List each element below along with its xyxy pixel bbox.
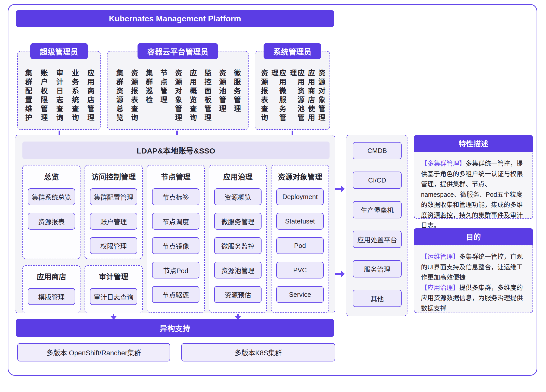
purpose-panel: 目的 【运维管理】多集群统一管控，直观的UI界面支持及信息整合，让运维工作更加高… [414,228,533,313]
purpose-tag: 【应用治理】 [421,284,459,291]
role-functions-platform-admin: 集群资源总览 资源报表查询 集群巡检 节点管理 资源对象管理 应用概览查询 监控… [115,69,240,127]
module-access-control: 访问控制管理 集群配置管理 账户管理 权限管理 [85,165,143,259]
module-title: 总览 [23,165,80,182]
role-label-text: 容器云平台管理员 [147,46,208,57]
module-item: 权限管理 [90,237,137,254]
arrow-right-icon [335,270,345,277]
cluster-k8s: 多版本K8S集群 [181,343,335,361]
integration-item: CMDB [353,142,402,159]
module-item: Statefuset [276,213,324,230]
module-title: 节点管理 [147,165,204,182]
module-item: 集群配置管理 [90,188,137,205]
role-functions-system-admin: 资源报表查询 应用微服务管理 应用资源池管理 应用商店使用 资源对象管理 [260,69,325,127]
auth-bar: LDAP&本地账号&SSO [22,142,330,159]
feature-tag: 【多集群管理】 [421,160,466,167]
role-label-text: 超级管理员 [40,46,78,57]
module-item: 微服务管理 [214,213,262,230]
role-label-super-admin: 超级管理员 [30,43,88,59]
module-resource-objects: 资源对象管理 Deployment Statefuset Pod PVC Ser… [271,165,329,313]
module-item: 资源池管理 [214,262,262,278]
module-item: 审计日志查询 [90,288,137,305]
role-box-super-admin: 超级管理员 集群配置维护 账户权限管理 审计日志查询 业务系统查询 应用商店管理 [17,51,101,130]
module-item: PVC [276,262,324,278]
purpose-entry: 【应用治理】提供多集群，多维度的应用资源数据信息，为服务治理提供数据支撑 [421,283,526,314]
arrow-right-icon [335,185,345,192]
role-functions-super-admin: 集群配置维护 账户权限管理 审计日志查询 业务系统查询 应用商店管理 [24,69,94,127]
role-function: 资源对象管理 [317,69,325,127]
module-audit-management: 审计管理 审计日志查询 [85,265,143,313]
module-item: 资源预估 [214,286,262,303]
role-box-platform-admin: 容器云平台管理员 集群资源总览 资源报表查询 集群巡检 节点管理 资源对象管理 … [107,51,249,130]
feature-text: 【多集群管理】多集群统一管控，提供基于角色的多租户统一认证与权限管理，提供集群、… [421,158,526,231]
role-function: 资源对象管理 [174,69,182,127]
module-item: 资源报表 [28,213,75,230]
role-function: 资源报表查询 [130,69,138,127]
role-box-system-admin: 系统管理员 资源报表查询 应用微服务管理 应用资源池管理 应用商店使用 资源对象… [255,51,330,130]
integration-item: CI/CD [353,172,402,189]
integration-item: 其他 [353,290,402,307]
module-title: 访问控制管理 [85,165,142,182]
role-function: 集群资源总览 [115,69,123,127]
module-item: Deployment [276,188,324,205]
module-title: 审计管理 [85,266,142,282]
module-title: 应用治理 [209,165,266,182]
module-item: 微服务监控 [214,237,262,254]
architecture-diagram: Kubernates Management Platform 超级管理员 集群配… [0,0,546,392]
role-function: 资源池管理 [218,69,226,127]
integration-item: 应用处置平台 [353,231,402,248]
role-label-system-admin: 系统管理员 [264,43,321,59]
auth-bar-text: LDAP&本地账号&SSO [137,145,215,156]
module-app-governance: 应用治理 资源概览 微服务管理 微服务监控 资源池管理 资源预估 [209,165,267,313]
module-item: 资源概览 [214,188,262,205]
feature-panel-title: 特性描述 [414,135,533,152]
role-label-platform-admin: 容器云平台管理员 [138,43,218,59]
role-function: 集群巡检 [144,69,152,127]
integration-item: 生产堡垒机 [353,201,402,218]
purpose-tag: 【运维管理】 [421,253,459,260]
integration-item: 服务治理 [353,260,402,277]
module-item: 集群系统总览 [28,188,75,205]
module-item: 节点调度 [152,213,199,230]
role-label-text: 系统管理员 [273,46,311,57]
purpose-entry: 【运维管理】多集群统一管控，直观的UI界面支持及信息整合，让运维工作更加高效便捷 [421,251,526,283]
module-item: 节点标签 [152,188,199,205]
module-node-management: 节点管理 节点标签 节点调度 节点镜像 节点Pod 节点驱逐 [147,165,205,313]
integrations-panel: CMDB CI/CD 生产堡垒机 应用处置平台 服务治理 其他 [346,135,407,316]
module-item: 节点镜像 [152,237,199,254]
module-app-store: 应用商店 模版管理 [22,265,80,313]
module-item: Pod [276,237,324,254]
module-item: 节点Pod [152,262,199,278]
role-function: 审计日志查询 [55,69,63,127]
feature-description: 多集群统一管控，提供基于角色的多租户统一认证与权限管理，提供集群、节点、name… [421,160,523,229]
feature-panel-body: 【多集群管理】多集群统一管控，提供基于角色的多租户统一认证与权限管理，提供集群、… [414,152,533,219]
cluster-openshift-rancher: 多版本 OpenShift/Rancher集群 [17,343,170,361]
purpose-panel-body: 【运维管理】多集群统一管控，直观的UI界面支持及信息整合，让运维工作更加高效便捷… [414,245,533,313]
role-function: 节点管理 [159,69,167,127]
role-function: 应用商店使用 [307,69,315,127]
purpose-panel-title: 目的 [414,228,533,245]
module-title: 应用商店 [23,266,80,282]
role-function: 账户权限管理 [39,69,47,127]
role-function: 监控面板管理 [203,69,211,127]
hetero-support-text: 异构支持 [160,322,190,333]
module-item: Service [276,286,324,303]
module-item: 账户管理 [90,213,137,230]
module-item: 模版管理 [28,288,75,305]
module-item: 节点驱逐 [152,286,199,303]
platform-title: Kubernates Management Platform [109,14,241,23]
cluster-text: 多版本K8S集群 [235,347,282,357]
role-function: 微服务管理 [233,69,240,127]
role-function: 集群配置维护 [24,69,32,127]
arrow-down-icon [234,314,241,319]
role-function: 业务系统查询 [71,69,78,127]
role-function: 应用商店管理 [86,69,94,127]
role-function: 应用概览查询 [188,69,196,127]
cluster-text: 多版本 OpenShift/Rancher集群 [46,347,141,357]
hetero-support-bar: 异构支持 [16,319,334,337]
arrow-down-icon [110,314,117,319]
role-function: 资源报表查询 [260,69,268,127]
feature-panel: 特性描述 【多集群管理】多集群统一管控，提供基于角色的多租户统一认证与权限管理，… [414,135,533,219]
platform-title-bar: Kubernates Management Platform [16,10,334,27]
module-overview: 总览 集群系统总览 资源报表 [22,165,80,259]
module-title: 资源对象管理 [271,165,329,182]
